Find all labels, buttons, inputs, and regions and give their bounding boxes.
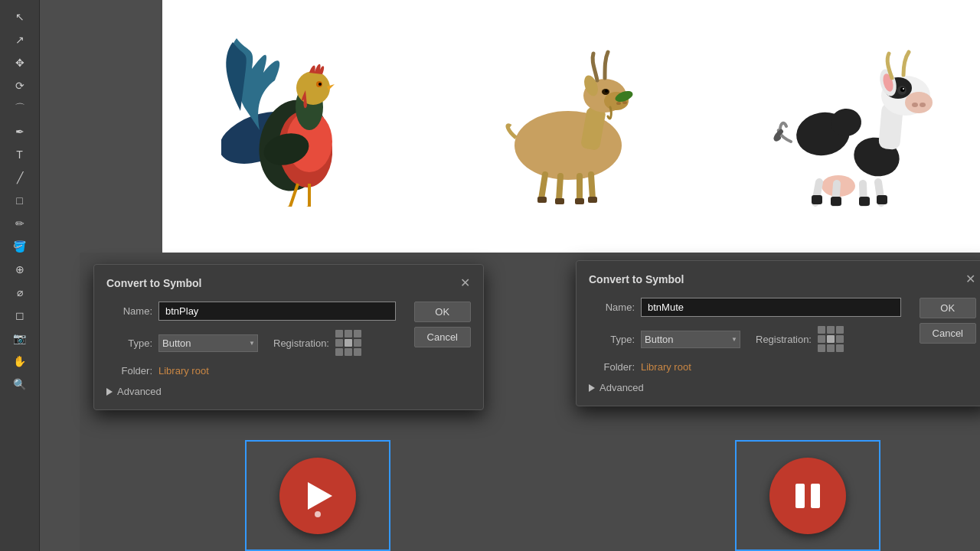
paint-tool[interactable]: 🪣: [6, 236, 34, 257]
svg-point-6: [296, 71, 330, 105]
animals-container: [162, 8, 980, 237]
dialog-2-cancel-button[interactable]: Cancel: [920, 323, 976, 344]
dialog-1-advanced-label: Advanced: [117, 386, 162, 397]
dialog-1-title: Convert to Symbol: [106, 277, 201, 289]
dialog-1-ok-button[interactable]: OK: [414, 302, 471, 322]
dialog-1-type-label: Type:: [106, 337, 152, 349]
dialog-2-name-row: Name:: [589, 298, 901, 317]
reg-dot-2-tm: [827, 326, 835, 334]
dialog-1-content: Name: Type: Button Movie Clip Graphic Re…: [106, 302, 471, 397]
reg-dot-2-tl: [818, 326, 825, 334]
reg-dot-2-ml: [818, 335, 825, 343]
dialog-1-type-row: Type: Button Movie Clip Graphic Registra…: [106, 330, 396, 356]
camera-tool[interactable]: 📷: [6, 328, 34, 349]
eyedropper-tool[interactable]: ⌀: [6, 282, 34, 303]
svg-rect-50: [831, 197, 841, 206]
svg-point-15: [616, 102, 621, 105]
toolbar: ↖ ↗ ✥ ⟳ ⌒ ✒ T ╱ □ ✏ 🪣 ⊕ ⌀ ◻ 📷 ✋ 🔍: [0, 0, 40, 551]
dialog-convert-symbol-2: Convert to Symbol ✕ Name: Type: Button M…: [576, 260, 980, 406]
svg-point-11: [514, 111, 622, 180]
svg-rect-51: [859, 197, 870, 206]
reg-dot-2-tr: [836, 326, 844, 334]
3d-rotation-tool[interactable]: ⟳: [6, 75, 34, 96]
reg-dot-bm: [345, 348, 352, 356]
reg-dot-tl: [335, 330, 343, 337]
dialog-2-title: Convert to Symbol: [589, 273, 684, 285]
dialog-2-name-input[interactable]: [641, 298, 901, 317]
reg-dot-2-bl: [818, 344, 825, 352]
svg-point-37: [912, 103, 918, 107]
dialog-2-registration-label: Registration:: [756, 334, 812, 345]
free-transform-tool[interactable]: ✥: [6, 52, 34, 73]
zoom-tool[interactable]: 🔍: [6, 373, 34, 395]
svg-rect-49: [812, 195, 822, 204]
text-tool[interactable]: T: [6, 144, 34, 165]
reg-dot-mr: [354, 339, 361, 347]
dialog-2-content: Name: Type: Button Movie Clip Graphic Re…: [589, 298, 976, 393]
dialog-1-type-select[interactable]: Button Movie Clip Graphic: [158, 334, 258, 352]
dialog-2-fields: Name: Type: Button Movie Clip Graphic Re…: [589, 298, 901, 393]
reg-dot-2-mm: [827, 335, 835, 343]
subselection-tool[interactable]: ↗: [6, 29, 34, 51]
dialog-2-type-row: Type: Button Movie Clip Graphic Registra…: [589, 326, 901, 352]
dialog-2-folder-label: Folder:: [589, 361, 635, 373]
play-dot: [315, 511, 321, 517]
goat-animal: [492, 46, 645, 199]
pause-button[interactable]: [762, 450, 854, 542]
dialog-1-name-input[interactable]: [158, 302, 396, 321]
dialog-2-close-button[interactable]: ✕: [964, 273, 976, 285]
lasso-tool[interactable]: ⌒: [6, 98, 34, 119]
hand-tool[interactable]: ✋: [6, 350, 34, 372]
svg-point-41: [903, 88, 904, 90]
dialog-2-name-label: Name:: [589, 302, 635, 313]
dialog-1-advanced-row[interactable]: Advanced: [106, 386, 396, 397]
svg-point-18: [605, 90, 608, 93]
dialog-2-type-label: Type:: [589, 334, 635, 345]
svg-rect-25: [537, 197, 547, 203]
svg-line-24: [591, 174, 593, 199]
dialog-2-ok-button[interactable]: OK: [920, 298, 976, 318]
dialog-1-registration-grid[interactable]: [335, 330, 361, 356]
reg-dot-ml: [335, 339, 343, 347]
selection-tool[interactable]: ↖: [6, 6, 34, 28]
dialog-1-fields: Name: Type: Button Movie Clip Graphic Re…: [106, 302, 396, 397]
play-circle: [279, 458, 356, 534]
dialog-2-folder-link[interactable]: Library root: [641, 361, 691, 373]
dialog-convert-symbol-1: Convert to Symbol ✕ Name: Type: Button M…: [93, 264, 484, 410]
dialog-1-name-label: Name:: [106, 305, 152, 317]
dialog-1-folder-link[interactable]: Library root: [158, 365, 209, 377]
svg-point-36: [905, 92, 933, 113]
canvas-area: 50% Convert to Symbol ✕: [40, 0, 980, 551]
dialog-2-advanced-triangle: [589, 384, 595, 392]
reg-dot-br: [354, 348, 361, 356]
dialog-2-advanced-label: Advanced: [599, 382, 644, 393]
rect-tool[interactable]: □: [6, 190, 34, 211]
pencil-tool[interactable]: ✏: [6, 213, 34, 234]
dialog-2-registration-grid[interactable]: [818, 326, 844, 352]
rooster-animal: [221, 31, 374, 214]
line-tool[interactable]: ╱: [6, 167, 34, 188]
dialog-1-type-select-wrapper: Button Movie Clip Graphic: [158, 334, 258, 352]
dialog-2-type-select[interactable]: Button Movie Clip Graphic: [641, 331, 740, 348]
svg-rect-52: [877, 195, 887, 204]
dialog-2-folder-row: Folder: Library root: [589, 361, 901, 373]
dialog-1-title-bar: Convert to Symbol ✕: [106, 277, 471, 289]
eraser-tool[interactable]: ◻: [6, 305, 34, 326]
dialog-1-name-row: Name:: [106, 302, 396, 321]
svg-rect-28: [588, 197, 597, 203]
pen-tool[interactable]: ✒: [6, 121, 34, 142]
ink-tool[interactable]: ⊕: [6, 259, 34, 280]
dialog-1-close-button[interactable]: ✕: [459, 277, 471, 289]
dialog-2-advanced-row[interactable]: Advanced: [589, 382, 901, 393]
svg-point-40: [900, 87, 905, 92]
svg-point-38: [920, 103, 926, 107]
dialog-1-folder-label: Folder:: [106, 365, 152, 377]
play-button-container: [245, 440, 390, 551]
svg-rect-26: [555, 198, 564, 204]
dialog-1-advanced-triangle: [106, 388, 113, 396]
dialog-1-cancel-button[interactable]: Cancel: [414, 327, 471, 347]
reg-dot-2-mr: [836, 335, 844, 343]
play-button[interactable]: [272, 450, 364, 542]
svg-line-21: [541, 174, 545, 199]
reg-dot-bl: [335, 348, 343, 356]
